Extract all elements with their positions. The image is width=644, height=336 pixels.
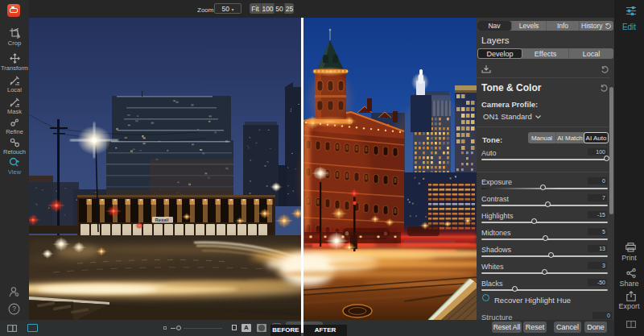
svg-text:Rexall: Rexall: [155, 218, 169, 222]
svg-text:?: ?: [12, 305, 16, 313]
svg-text:⚙: ⚙: [15, 293, 18, 297]
